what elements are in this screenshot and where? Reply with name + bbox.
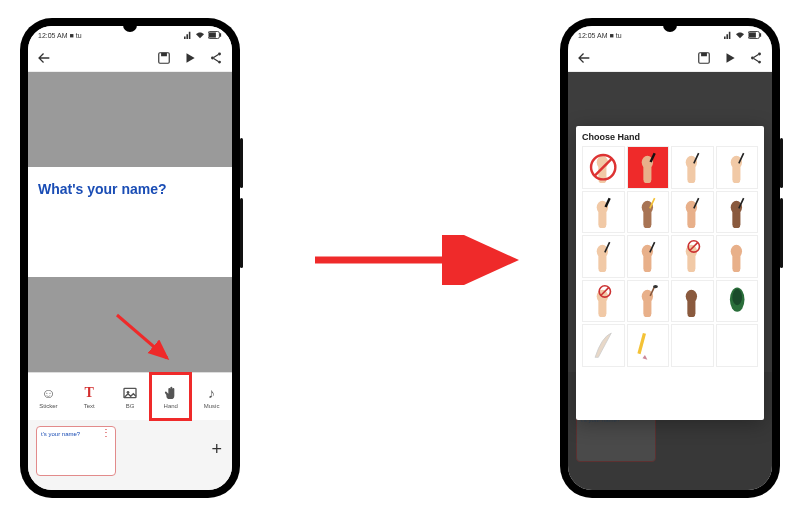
tool-bg[interactable]: BG <box>110 373 151 420</box>
status-time: 12:05 AM <box>578 32 608 39</box>
play-icon <box>183 51 197 65</box>
status-extra: ■ tu <box>70 32 82 39</box>
svg-rect-16 <box>701 52 707 56</box>
tool-label: Sticker <box>39 403 57 409</box>
hand-option[interactable] <box>671 280 714 323</box>
slide-text: What's your name? <box>38 181 222 197</box>
svg-rect-69 <box>637 333 646 354</box>
add-slide-button[interactable]: + <box>211 439 222 460</box>
hand-option[interactable] <box>671 235 714 278</box>
screen-right: 12:05 AM ■ tu <box>568 26 772 490</box>
app-bar <box>568 44 772 72</box>
svg-rect-2 <box>209 32 216 37</box>
play-button[interactable] <box>182 50 198 66</box>
hand-option[interactable] <box>582 191 625 234</box>
play-button[interactable] <box>722 50 738 66</box>
hand-icon <box>163 385 179 401</box>
app-bar <box>28 44 232 72</box>
text-icon: T <box>81 385 97 401</box>
hand-option[interactable] <box>627 235 670 278</box>
power-button <box>780 138 783 188</box>
save-button[interactable] <box>696 50 712 66</box>
hand-option[interactable] <box>716 191 759 234</box>
slides-row: t's your name? ⋮ <box>28 420 232 482</box>
signal-icon <box>184 31 192 39</box>
text-slide[interactable]: What's your name? <box>28 167 232 277</box>
save-icon <box>697 51 711 65</box>
svg-point-40 <box>686 200 697 213</box>
svg-point-64 <box>653 285 658 288</box>
share-button[interactable] <box>208 50 224 66</box>
svg-point-43 <box>730 200 741 213</box>
hand-option[interactable] <box>716 146 759 189</box>
choose-hand-modal: Choose Hand <box>576 126 764 420</box>
svg-rect-1 <box>219 33 221 37</box>
power-button <box>240 138 243 188</box>
hand-option[interactable] <box>716 235 759 278</box>
slide-thumbnail[interactable]: t's your name? ⋮ <box>36 426 116 476</box>
svg-point-56 <box>730 245 741 258</box>
tool-label: Hand <box>164 403 178 409</box>
tool-hand[interactable]: Hand <box>150 373 191 420</box>
svg-rect-13 <box>759 33 761 37</box>
hand-option[interactable] <box>671 191 714 234</box>
hand-option[interactable] <box>716 280 759 323</box>
status-extra: ■ tu <box>610 32 622 39</box>
back-button[interactable] <box>576 50 592 66</box>
tool-label: BG <box>126 403 135 409</box>
save-icon <box>157 51 171 65</box>
tool-music[interactable]: ♪ Music <box>191 373 232 420</box>
wifi-icon <box>195 31 205 39</box>
volume-button <box>240 198 243 268</box>
hand-option[interactable] <box>627 191 670 234</box>
hand-option[interactable] <box>582 235 625 278</box>
play-icon <box>723 51 737 65</box>
share-icon <box>209 51 223 65</box>
share-icon <box>749 51 763 65</box>
modal-title: Choose Hand <box>582 132 758 142</box>
more-icon[interactable]: ⋮ <box>101 431 111 435</box>
music-icon: ♪ <box>204 385 220 401</box>
annotation-arrow-small <box>112 310 182 370</box>
svg-rect-14 <box>749 32 756 37</box>
signal-icon <box>724 31 732 39</box>
hand-option[interactable] <box>582 280 625 323</box>
svg-point-68 <box>732 289 742 305</box>
hand-option[interactable] <box>671 324 714 367</box>
svg-rect-4 <box>161 52 167 56</box>
svg-point-49 <box>641 245 652 258</box>
svg-point-28 <box>686 156 697 169</box>
tool-text[interactable]: T Text <box>69 373 110 420</box>
screen-left: 12:05 AM ■ tu <box>28 26 232 490</box>
tool-sticker[interactable]: ☺ Sticker <box>28 373 69 420</box>
svg-point-46 <box>597 245 608 258</box>
tool-label: Text <box>84 403 95 409</box>
wifi-icon <box>735 31 745 39</box>
phone-mock-left: 12:05 AM ■ tu <box>20 18 240 498</box>
save-button[interactable] <box>156 50 172 66</box>
svg-point-37 <box>641 200 652 213</box>
hand-option[interactable] <box>671 146 714 189</box>
smiley-icon: ☺ <box>40 385 56 401</box>
hand-option[interactable] <box>716 324 759 367</box>
tool-label: Music <box>204 403 220 409</box>
volume-button <box>780 198 783 268</box>
status-icons <box>724 31 762 39</box>
status-icons <box>184 31 222 39</box>
svg-point-31 <box>730 156 741 169</box>
hand-option[interactable] <box>582 324 625 367</box>
arrow-left-icon <box>36 50 52 66</box>
hand-option[interactable] <box>582 146 625 189</box>
battery-icon <box>208 31 222 39</box>
camera-notch <box>123 18 137 32</box>
hand-option[interactable] <box>627 280 670 323</box>
image-icon <box>122 385 138 401</box>
hand-grid <box>582 146 758 367</box>
battery-icon <box>748 31 762 39</box>
phone-mock-right: 12:05 AM ■ tu <box>560 18 780 498</box>
toolbar: ☺ Sticker T Text BG Hand <box>28 372 232 420</box>
share-button[interactable] <box>748 50 764 66</box>
hand-option[interactable] <box>627 324 670 367</box>
hand-option[interactable] <box>627 146 670 189</box>
back-button[interactable] <box>36 50 52 66</box>
